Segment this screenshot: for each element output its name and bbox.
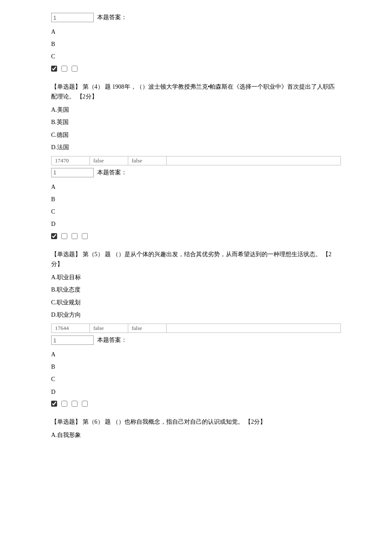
top-checkbox-row — [51, 66, 341, 72]
q5-checkbox-2[interactable] — [61, 401, 67, 407]
q5-checkbox-3[interactable] — [72, 401, 78, 407]
top-answer-row: 本题答案： — [51, 13, 341, 22]
q4-cb-3[interactable] — [72, 233, 78, 239]
q5-cell-4 — [167, 324, 209, 332]
q5-ans-a: A — [51, 349, 341, 360]
question-5-section: 【单选题】 第（5） 题 （）是从个体的兴趣出发，结合其优劣势，从而希望达到的一… — [51, 249, 341, 407]
q5-cb-1[interactable] — [51, 401, 57, 407]
q5-ans-c: C — [51, 374, 341, 384]
q4-answer-row: 本题答案： — [51, 168, 341, 177]
top-input[interactable] — [51, 13, 94, 22]
q5-answer-row: 本题答案： — [51, 335, 341, 345]
top-checkbox-1[interactable] — [51, 66, 57, 72]
top-section: 本题答案： A B C — [51, 13, 341, 72]
q4-cb-1[interactable] — [51, 233, 57, 239]
q4-checkbox-2[interactable] — [61, 233, 67, 239]
q4-cell-2: false — [90, 156, 128, 165]
q5-option-c: C.职业规划 — [51, 297, 341, 308]
top-option-c: C — [51, 51, 341, 62]
q5-option-b: B.职业态度 — [51, 284, 341, 295]
question-6-title: 【单选题】 第（6） 题 （）也称自我概念，指自己对自己的认识或知觉。 【2分】 — [51, 417, 341, 427]
q4-checkbox-1[interactable] — [51, 233, 57, 239]
q4-cb-2[interactable] — [61, 233, 67, 239]
q4-option-a: A.美国 — [51, 104, 341, 115]
question-5-text: 【单选题】 第（5） 题 （）是从个体的兴趣出发，结合其优劣势，从而希望达到的一… — [51, 251, 331, 268]
q4-checkbox-row — [51, 233, 341, 239]
q4-cell-1: 17470 — [52, 156, 90, 165]
question-5-title: 【单选题】 第（5） 题 （）是从个体的兴趣出发，结合其优劣势，从而希望达到的一… — [51, 249, 341, 270]
top-answer-label: 本题答案： — [97, 14, 127, 21]
question-4-section: 【单选题】 第（4） 题 1908年，（）波士顿大学教授弗兰克•帕森斯在《选择一… — [51, 82, 341, 239]
q5-ans-d: D — [51, 387, 341, 397]
q5-cell-3: false — [128, 324, 167, 332]
q5-cell-1: 17644 — [52, 324, 90, 332]
top-option-a: A — [51, 26, 341, 37]
top-checkbox-3[interactable] — [72, 66, 78, 72]
top-cb-2[interactable] — [61, 66, 67, 72]
q5-answer-label: 本题答案： — [97, 336, 127, 344]
q5-input[interactable] — [51, 335, 94, 345]
question-4-text: 【单选题】 第（4） 题 1908年，（）波士顿大学教授弗兰克•帕森斯在《选择一… — [51, 84, 335, 100]
q4-cb-4[interactable] — [82, 233, 88, 239]
q4-option-d: D.法国 — [51, 142, 341, 153]
q5-cb-4[interactable] — [82, 401, 88, 407]
q4-checkbox-3[interactable] — [72, 233, 78, 239]
q4-cell-4 — [167, 156, 209, 165]
top-checkbox-2[interactable] — [61, 66, 67, 72]
q4-input[interactable] — [51, 168, 94, 177]
q5-ans-b: B — [51, 361, 341, 372]
q4-option-b: B.英国 — [51, 117, 341, 127]
q4-answer-label: 本题答案： — [97, 169, 127, 176]
question-4-title: 【单选题】 第（4） 题 1908年，（）波士顿大学教授弗兰克•帕森斯在《选择一… — [51, 82, 341, 102]
q4-cell-3: false — [128, 156, 167, 165]
q5-cb-3[interactable] — [72, 401, 78, 407]
top-cb-3[interactable] — [72, 66, 78, 72]
q6-option-a: A.自我形象 — [51, 430, 341, 440]
q4-checkbox-4[interactable] — [82, 233, 88, 239]
question-6-section: 【单选题】 第（6） 题 （）也称自我概念，指自己对自己的认识或知觉。 【2分】… — [51, 417, 341, 440]
q4-ans-c: C — [51, 206, 341, 217]
q5-checkbox-4[interactable] — [82, 401, 88, 407]
q5-checkbox-1[interactable] — [51, 401, 57, 407]
q5-checkbox-row — [51, 401, 341, 407]
q5-cell-2: false — [90, 324, 128, 332]
q4-ans-a: A — [51, 182, 341, 192]
top-option-b: B — [51, 39, 341, 49]
question-6-text: 【单选题】 第（6） 题 （）也称自我概念，指自己对自己的认识或知觉。 【2分】 — [51, 419, 266, 425]
q5-option-d: D.职业方向 — [51, 309, 341, 320]
q4-ans-b: B — [51, 194, 341, 205]
q4-ans-d: D — [51, 219, 341, 229]
q4-option-c: C.德国 — [51, 130, 341, 140]
q5-data-row: 17644 false false — [51, 324, 341, 333]
q4-data-row: 17470 false false — [51, 156, 341, 165]
q5-option-a: A.职业目标 — [51, 272, 341, 283]
top-cb-1[interactable] — [51, 66, 57, 72]
q5-cb-2[interactable] — [61, 401, 67, 407]
